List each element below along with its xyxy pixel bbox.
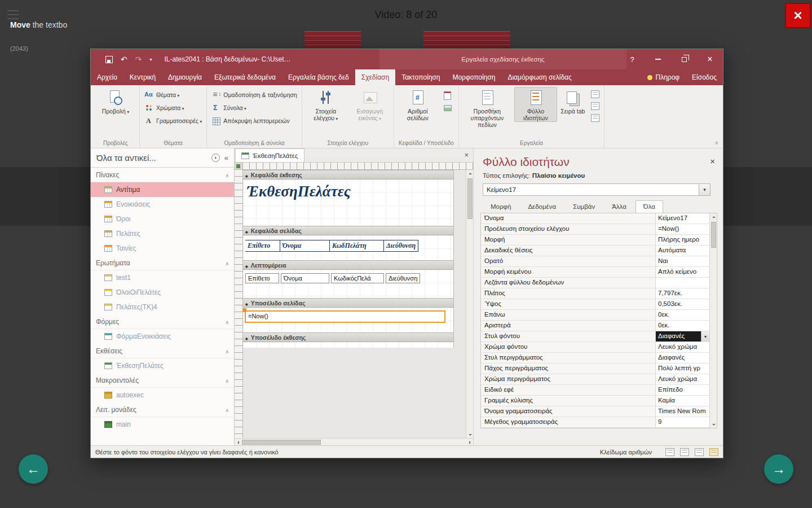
vertical-scrollbar[interactable] <box>466 170 473 438</box>
help-button[interactable]: ? <box>619 49 645 69</box>
undo-icon[interactable]: ↶ <box>121 55 127 63</box>
view-button[interactable]: Προβολή <box>94 87 137 116</box>
property-value[interactable]: Λευκό χρώμα <box>656 342 709 352</box>
nav-section-header[interactable]: Ερωτήματα <box>91 256 234 270</box>
minimize-button[interactable] <box>645 49 671 69</box>
vertical-ruler[interactable] <box>235 170 243 438</box>
nav-menu-icon[interactable]: ▾ <box>211 154 220 162</box>
property-tab[interactable]: Μορφή <box>483 200 519 213</box>
close-window-button[interactable]: × <box>697 49 723 69</box>
close-property-sheet-icon[interactable]: × <box>710 156 715 166</box>
detail-field-textbox[interactable]: ΚωδικόςΠελά <box>331 273 384 283</box>
property-row[interactable]: Επάνω 0εκ. <box>481 310 709 321</box>
code-button[interactable] <box>589 113 602 123</box>
nav-item[interactable]: Πελάτες <box>91 226 234 241</box>
property-sheet-button[interactable]: Φύλλο ιδιοτήτων <box>514 87 557 122</box>
page-footer-section[interactable]: =Now() <box>243 308 453 332</box>
page-numbers-button[interactable]: Αριθμοί σελίδων <box>396 87 439 122</box>
property-tab[interactable]: Άλλα <box>604 200 634 213</box>
navigation-pane-header[interactable]: Όλα τα αντικεί... ▾ « <box>91 148 234 168</box>
property-row[interactable]: Μέγεθος γραμματοσειράς 9 <box>481 417 709 428</box>
property-value[interactable]: Λευκό χρώμα <box>656 374 709 384</box>
ribbon-tab[interactable]: Αρχείο <box>91 69 123 85</box>
horizontal-ruler[interactable] <box>243 163 473 170</box>
property-value[interactable]: Πλήρης ημερο <box>656 235 709 245</box>
property-row[interactable]: Πλάτος 7,797εκ. <box>481 288 709 299</box>
property-row[interactable]: Χρώμα περιγράμματος Λευκό χρώμα <box>481 374 709 385</box>
property-row[interactable]: Όνομα Κείμενο17 <box>481 213 709 224</box>
scrollbar-thumb[interactable] <box>242 440 321 445</box>
colors-button[interactable]: Χρώματα <box>142 102 204 113</box>
property-row[interactable]: Προέλευση στοιχείου ελέγχου =Now() <box>481 224 709 235</box>
tab-order-button[interactable]: Σειρά tab <box>558 87 588 115</box>
ribbon-tab[interactable]: Διαμόρφωση σελίδας <box>501 69 577 85</box>
property-scrollbar[interactable] <box>709 213 717 428</box>
nav-item[interactable]: Αντίτιμα <box>91 182 234 197</box>
tell-me-tab[interactable]: Πληροφ <box>641 69 686 85</box>
nav-item[interactable]: ΈκθεσηΠελάτες <box>91 358 234 373</box>
scrollbar-thumb[interactable] <box>711 222 716 248</box>
ribbon-tab[interactable]: Τακτοποίηση <box>395 69 446 85</box>
scroll-right-icon[interactable] <box>466 439 473 446</box>
report-footer-section[interactable] <box>243 342 453 348</box>
ribbon-tab[interactable]: Μορφοποίηση <box>446 69 501 85</box>
report-selector[interactable] <box>235 163 243 170</box>
section-bar-detail[interactable]: Λεπτομέρεια <box>243 260 453 270</box>
player-close-button[interactable]: × <box>785 3 811 28</box>
redo-icon[interactable]: ↷ <box>135 55 142 63</box>
section-bar-report-footer[interactable]: Υποσέλιδο έκθεσης <box>243 332 453 342</box>
header-field-label[interactable]: ΚωδΠελάτη <box>330 240 384 252</box>
nav-item[interactable]: Πελάτες(ΤΚ)4 <box>91 300 234 314</box>
nav-section-header[interactable]: Μακροεντολές <box>91 373 234 388</box>
property-value[interactable]: Απλό κείμενο <box>656 267 709 277</box>
property-row[interactable]: Όνομα γραμματοσειράς Times New Rom <box>481 406 709 417</box>
property-tab[interactable]: Όλα <box>636 200 663 213</box>
shutter-bar-icon[interactable]: « <box>224 154 228 162</box>
customize-qat-icon[interactable]: ▾ <box>149 57 152 62</box>
nav-item[interactable]: autoexec <box>91 388 234 402</box>
property-value[interactable]: =Now() <box>656 224 709 234</box>
nav-section-header[interactable]: Φόρμες <box>91 314 234 329</box>
report-header-section[interactable]: ΈκθεσηΠελάτες <box>243 179 453 226</box>
logo-button[interactable] <box>440 102 454 113</box>
header-field-label[interactable]: Διεύθυνση <box>384 240 418 252</box>
fonts-button[interactable]: Γραμματοσειρές <box>142 115 204 126</box>
property-value[interactable]: Πολύ λεπτή γρ <box>656 364 709 374</box>
property-row[interactable]: Ύψος 0,503εκ. <box>481 299 709 310</box>
sign-in-tab[interactable]: Είσοδος <box>686 69 723 85</box>
report-view-icon[interactable] <box>665 448 674 456</box>
property-value[interactable]: Κείμενο17 <box>656 213 709 224</box>
group-sort-button[interactable]: Ομαδοποίηση & ταξινόμηση <box>209 89 299 100</box>
report-title-label[interactable]: ΈκθεσηΠελάτες <box>247 183 351 200</box>
property-value[interactable]: Times New Rom <box>656 406 709 417</box>
section-bar-page-header[interactable]: Κεφαλίδα σελίδας <box>243 226 453 235</box>
controls-button[interactable]: Στοιχεία ελέγχου <box>304 87 347 123</box>
close-document-icon[interactable]: × <box>464 151 469 159</box>
object-combobox[interactable]: Κείμενο17 <box>483 183 710 196</box>
property-tab[interactable]: Δεδομένα <box>520 200 564 213</box>
ribbon-tab[interactable]: Εξωτερικά δεδομένα <box>208 69 282 85</box>
detail-field-textbox[interactable]: Όνομα <box>281 273 329 283</box>
property-tab[interactable]: Συμβάν <box>565 200 603 213</box>
property-value[interactable] <box>656 278 709 288</box>
nav-item[interactable]: main <box>91 417 234 432</box>
layout-view-icon[interactable] <box>695 448 704 456</box>
print-preview-icon[interactable] <box>680 448 689 456</box>
property-row[interactable]: Χρώμα φόντου Λευκό χρώμα <box>481 342 709 353</box>
subreport-button[interactable] <box>589 89 602 99</box>
ribbon-tab[interactable]: Κεντρική <box>123 69 162 85</box>
previous-video-button[interactable]: ← <box>19 454 48 484</box>
property-row[interactable]: Μορφή Πλήρης ημερο <box>481 235 709 246</box>
nav-section-header[interactable]: Λειτ. μονάδες <box>91 402 234 417</box>
property-value[interactable]: Ναι <box>656 256 709 266</box>
horizontal-scrollbar[interactable] <box>235 438 473 445</box>
report-surface[interactable]: Κεφαλίδα έκθεσης ΈκθεσηΠελάτες Κεφαλίδα … <box>243 170 454 348</box>
nav-item[interactable]: test1 <box>91 270 234 285</box>
section-bar-page-footer[interactable]: Υποσέλιδο σελίδας <box>243 298 453 308</box>
save-icon[interactable] <box>105 56 113 63</box>
property-value[interactable]: Διαφανές <box>656 353 709 363</box>
property-value[interactable]: Καμία <box>656 396 709 406</box>
nav-item[interactable]: Ενοικιάσεις <box>91 197 234 212</box>
property-row[interactable]: Λεζάντα φύλλου δεδομένων <box>481 278 709 288</box>
property-row[interactable]: Ορατό Ναι <box>481 256 709 267</box>
